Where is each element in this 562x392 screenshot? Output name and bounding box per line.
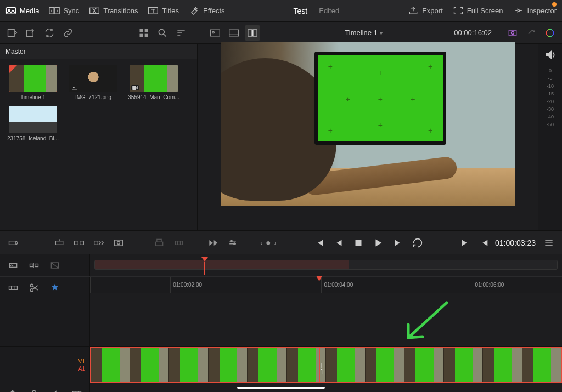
svg-point-24: [73, 87, 74, 88]
export-label: Export: [422, 7, 443, 15]
speaker-icon[interactable]: [544, 48, 557, 61]
svg-point-15: [212, 31, 214, 33]
clip-video-1[interactable]: 355914_Man_Com...: [126, 65, 181, 100]
viewer-mode-1[interactable]: [207, 25, 223, 41]
project-status: Edited: [319, 7, 339, 15]
bypass-fx-button[interactable]: [505, 25, 520, 41]
svg-point-32: [117, 241, 120, 244]
boring-detector-button[interactable]: [5, 280, 21, 296]
lock-button[interactable]: [27, 387, 42, 393]
bin-header[interactable]: Master: [0, 44, 197, 59]
tl-tool-3[interactable]: [47, 258, 63, 273]
tab-transitions[interactable]: Transitions: [89, 7, 138, 15]
track-content[interactable]: [90, 347, 562, 383]
svg-point-36: [231, 240, 232, 242]
viewer-mode-2[interactable]: [226, 25, 241, 41]
source-overwrite-button[interactable]: [171, 235, 187, 251]
viewer-frame: + + + + + + + + +: [221, 42, 515, 206]
svg-rect-27: [55, 241, 63, 245]
insert-tool-1[interactable]: [5, 235, 21, 251]
tab-effects[interactable]: Effects: [189, 7, 225, 15]
timeline-clip[interactable]: [90, 347, 562, 383]
timeline: 01:00:02:00 01:00:04:00 01:00:06:00 V1 A…: [0, 254, 562, 392]
meter-tick: -5: [548, 76, 552, 81]
audio-meter: 0 -5 -10 -15 -20 -30 -40 -50: [538, 44, 562, 230]
clip-timeline[interactable]: Timeline 1: [5, 65, 60, 100]
transport-timecode[interactable]: 01:00:03:23: [495, 238, 536, 247]
tab-titles[interactable]: Titles: [148, 7, 179, 15]
clip-image[interactable]: IMG_7121.png: [66, 65, 121, 100]
closeup-button[interactable]: [111, 235, 126, 251]
play-button[interactable]: [372, 237, 384, 249]
import-button[interactable]: [23, 25, 38, 41]
tl-tool-1[interactable]: [5, 258, 21, 273]
adjust-button[interactable]: [225, 235, 240, 251]
step-fwd-button[interactable]: [392, 237, 404, 249]
timeline-name[interactable]: Timeline 1▾: [345, 29, 382, 37]
inspector-button[interactable]: Inspector: [513, 7, 557, 15]
meter-tick: -10: [547, 83, 554, 89]
clip-video-2[interactable]: 231758_Iceland_Bl...: [5, 106, 60, 141]
snap-button[interactable]: [47, 280, 63, 296]
bin-list-button[interactable]: [4, 25, 20, 41]
search-button[interactable]: [155, 25, 170, 41]
track-height-button[interactable]: [5, 387, 20, 393]
go-start-button[interactable]: [313, 237, 325, 249]
svg-rect-28: [75, 241, 78, 245]
clip-label: 231758_Iceland_Bl...: [5, 135, 60, 141]
filmstrip-button[interactable]: [69, 387, 84, 393]
place-on-top-button[interactable]: [151, 235, 167, 251]
tab-media[interactable]: Media: [5, 7, 39, 15]
fullscreen-button[interactable]: Full Screen: [453, 7, 503, 15]
stop-button[interactable]: [352, 237, 364, 249]
inspector-label: Inspector: [527, 7, 557, 15]
export-icon: [408, 7, 419, 15]
tab-titles-label: Titles: [162, 7, 179, 15]
smart-insert-button[interactable]: [52, 235, 67, 251]
append-button[interactable]: [71, 235, 87, 251]
clip-label: 355914_Man_Com...: [126, 94, 181, 100]
home-indicator[interactable]: [237, 387, 325, 389]
tl-tool-2[interactable]: [26, 258, 42, 273]
svg-point-45: [30, 288, 33, 291]
mini-playhead[interactable]: [201, 257, 208, 262]
color-wheel-button[interactable]: [542, 25, 558, 41]
go-end-button[interactable]: [460, 237, 472, 249]
meter-tick: -30: [547, 106, 554, 112]
sort-button[interactable]: [173, 25, 189, 41]
meter-tick: -50: [547, 122, 554, 127]
step-back-button[interactable]: [333, 237, 345, 249]
timeline-ruler[interactable]: 01:00:02:00 01:00:04:00 01:00:06:00: [90, 277, 562, 293]
mute-button[interactable]: [48, 387, 63, 393]
viewer[interactable]: + + + + + + + + +: [198, 44, 538, 230]
edit-point[interactable]: [319, 347, 320, 383]
loop-button[interactable]: [412, 237, 424, 249]
tab-sync-label: Sync: [63, 7, 79, 15]
svg-rect-12: [145, 33, 148, 37]
tab-sync[interactable]: Sync: [49, 7, 79, 15]
prev-edit-button[interactable]: [477, 237, 490, 249]
annotation-arrow: [392, 298, 458, 346]
track-label-v1[interactable]: V1: [78, 359, 85, 365]
effects-overlay-button[interactable]: [524, 25, 539, 41]
ripple-button[interactable]: [91, 235, 106, 251]
sync-bin-button[interactable]: [42, 25, 57, 41]
viewer-mode-3[interactable]: [245, 25, 260, 41]
jog-nav[interactable]: ‹●›: [260, 238, 277, 248]
tab-effects-label: Effects: [203, 7, 225, 15]
svg-rect-14: [211, 30, 220, 36]
video-track-row: V1 A1: [0, 346, 562, 383]
viewer-timecode[interactable]: 00:00:16:02: [454, 29, 492, 37]
media-icon: [5, 7, 16, 15]
fast-review-button[interactable]: [205, 235, 221, 251]
svg-rect-18: [253, 30, 257, 36]
mini-timeline[interactable]: [94, 260, 558, 270]
track-label-a1[interactable]: A1: [78, 366, 85, 372]
svg-point-21: [533, 30, 535, 31]
split-button[interactable]: [26, 280, 42, 296]
export-button[interactable]: Export: [408, 7, 443, 15]
timeline-options-button[interactable]: [541, 235, 557, 251]
grid-view-button[interactable]: [136, 25, 151, 41]
meter-tick: -20: [547, 99, 554, 104]
link-button[interactable]: [60, 25, 76, 41]
